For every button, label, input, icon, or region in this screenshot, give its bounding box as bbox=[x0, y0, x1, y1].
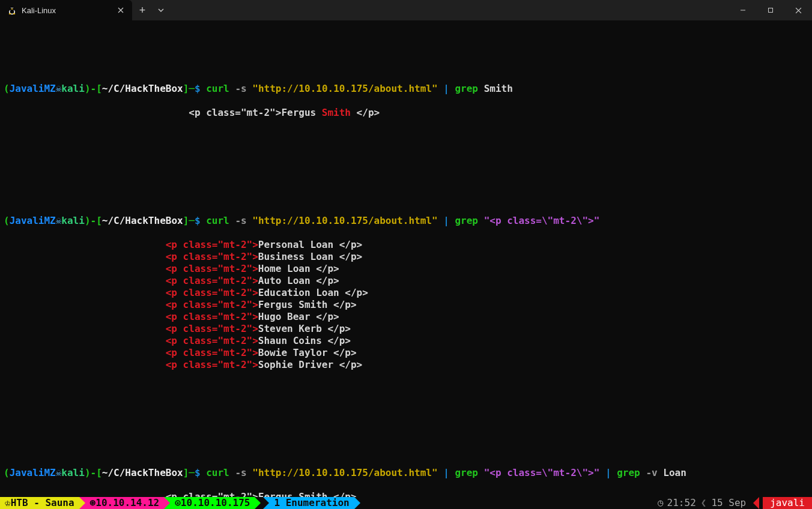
powerline-thin-separator-icon: ❮ bbox=[700, 497, 708, 509]
tmux-window-name[interactable]: 1 Enumeration bbox=[269, 497, 354, 509]
tmux-username: javali bbox=[763, 497, 812, 509]
powerline-separator-icon bbox=[255, 497, 261, 509]
command-output: <p class="mt-2">Fergus Smith </p> bbox=[4, 107, 808, 119]
tab-title: Kali-Linux bbox=[22, 6, 56, 15]
tmux-date: 15 Sep bbox=[711, 497, 746, 509]
svg-point-7 bbox=[11, 8, 13, 10]
new-tab-button[interactable]: + bbox=[132, 0, 153, 20]
svg-point-6 bbox=[13, 8, 13, 8]
svg-point-8 bbox=[9, 13, 11, 14]
tab-close-button[interactable] bbox=[115, 5, 126, 16]
tab-dropdown-button[interactable] bbox=[153, 0, 169, 20]
powerline-separator-icon bbox=[753, 497, 759, 509]
tmux-time: 21:52 bbox=[667, 497, 696, 509]
svg-rect-10 bbox=[769, 8, 773, 13]
maximize-button[interactable] bbox=[757, 0, 784, 20]
powerline-separator-icon bbox=[164, 497, 170, 509]
powerline-separator-icon bbox=[263, 497, 269, 509]
powerline-separator-icon bbox=[79, 497, 85, 509]
tux-icon bbox=[7, 5, 17, 15]
svg-point-9 bbox=[13, 13, 15, 14]
prompt-line: (JavaliMZ☠kali)-[~/C/HackTheBox]─$ curl … bbox=[4, 83, 808, 95]
minimize-button[interactable] bbox=[729, 0, 757, 20]
tmux-statusbar: ♔ HTB - Sauna ⊛ 10.10.14.12 ⊙ 10.10.10.1… bbox=[0, 497, 812, 509]
powerline-separator-icon bbox=[354, 497, 360, 509]
terminal-body[interactable]: (JavaliMZ☠kali)-[~/C/HackTheBox]─$ curl … bbox=[0, 20, 812, 509]
tmux-local-ip: ⊛ 10.10.14.12 bbox=[85, 497, 165, 509]
titlebar: Kali-Linux + bbox=[0, 0, 812, 20]
tmux-session-name: ♔ HTB - Sauna bbox=[0, 497, 79, 509]
command-output: <p class="mt-2">Personal Loan </p> <p cl… bbox=[4, 239, 808, 371]
terminal-tab[interactable]: Kali-Linux bbox=[0, 0, 132, 20]
prompt-line: (JavaliMZ☠kali)-[~/C/HackTheBox]─$ curl … bbox=[4, 467, 808, 479]
clock-icon: ◷ bbox=[658, 497, 664, 509]
tmux-target-ip: ⊙ 10.10.10.175 bbox=[170, 497, 255, 509]
close-window-button[interactable] bbox=[784, 0, 812, 20]
window-controls bbox=[729, 0, 812, 20]
prompt-line: (JavaliMZ☠kali)-[~/C/HackTheBox]─$ curl … bbox=[4, 215, 808, 227]
svg-point-5 bbox=[11, 8, 12, 8]
svg-point-2 bbox=[10, 10, 14, 13]
